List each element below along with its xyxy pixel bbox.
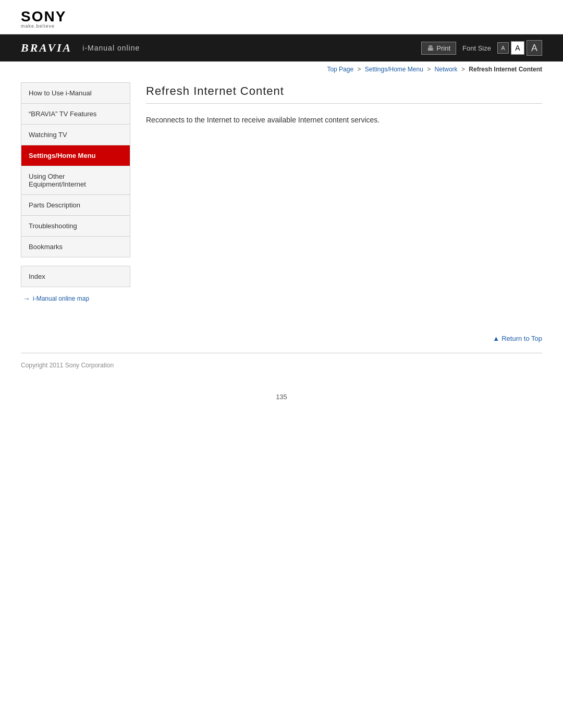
return-to-top-link[interactable]: ▲ Return to Top xyxy=(493,335,542,342)
top-bar-controls: 🖶 Print Font Size A A A xyxy=(421,40,542,56)
breadcrumb-top-page[interactable]: Top Page xyxy=(327,66,353,73)
font-large-button[interactable]: A xyxy=(527,40,542,56)
breadcrumb-sep-2: > xyxy=(427,66,431,73)
sony-brand: SONY xyxy=(21,9,542,24)
imanual-title: i-Manual online xyxy=(82,44,421,52)
top-nav-bar: BRAVIA i-Manual online 🖶 Print Font Size… xyxy=(0,34,563,61)
arrow-right-icon: → xyxy=(23,294,30,303)
bravia-logo: BRAVIA xyxy=(21,41,72,55)
sidebar-item-settings-home-menu[interactable]: Settings/Home Menu xyxy=(21,145,130,166)
content-area: Refresh Internet Content Reconnects to t… xyxy=(146,82,542,303)
logo-area: SONY make.believe xyxy=(0,0,563,34)
page-description: Reconnects to the Internet to receive av… xyxy=(146,114,542,126)
sidebar-item-bookmarks[interactable]: Bookmarks xyxy=(21,236,130,257)
sidebar: How to Use i-Manual “BRAVIA” TV Features… xyxy=(21,82,130,303)
imanual-map-link[interactable]: → i-Manual online map xyxy=(21,294,130,303)
page-number: 135 xyxy=(0,377,563,416)
sidebar-item-bravia-features[interactable]: “BRAVIA” TV Features xyxy=(21,103,130,124)
font-small-button[interactable]: A xyxy=(497,42,509,54)
sidebar-item-troubleshooting[interactable]: Troubleshooting xyxy=(21,215,130,236)
breadcrumb-sep-3: > xyxy=(461,66,465,73)
breadcrumb: Top Page > Settings/Home Menu > Network … xyxy=(0,61,563,77)
sidebar-item-parts-description[interactable]: Parts Description xyxy=(21,194,130,215)
font-size-label: Font Size xyxy=(462,44,491,52)
breadcrumb-network[interactable]: Network xyxy=(435,66,458,73)
font-size-controls: A A A xyxy=(497,40,542,56)
sidebar-item-index[interactable]: Index xyxy=(21,266,130,287)
print-icon: 🖶 xyxy=(427,44,434,52)
footer: Copyright 2011 Sony Corporation xyxy=(0,353,563,377)
page-title: Refresh Internet Content xyxy=(146,84,542,104)
font-medium-button[interactable]: A xyxy=(511,41,524,55)
sidebar-item-using-other-equipment[interactable]: Using Other Equipment/Internet xyxy=(21,166,130,194)
triangle-up-icon: ▲ xyxy=(493,335,499,342)
sidebar-item-watching-tv[interactable]: Watching TV xyxy=(21,124,130,145)
breadcrumb-sep-1: > xyxy=(357,66,361,73)
main-layout: How to Use i-Manual “BRAVIA” TV Features… xyxy=(0,82,563,303)
breadcrumb-settings-home-menu[interactable]: Settings/Home Menu xyxy=(365,66,423,73)
breadcrumb-current: Refresh Internet Content xyxy=(469,66,542,73)
print-button[interactable]: 🖶 Print xyxy=(421,42,456,55)
sony-logo: SONY make.believe xyxy=(21,9,542,29)
copyright-text: Copyright 2011 Sony Corporation xyxy=(21,362,114,369)
return-to-top-bar: ▲ Return to Top xyxy=(0,324,563,353)
sidebar-item-how-to-use[interactable]: How to Use i-Manual xyxy=(21,82,130,103)
sony-tagline: make.believe xyxy=(21,24,542,29)
